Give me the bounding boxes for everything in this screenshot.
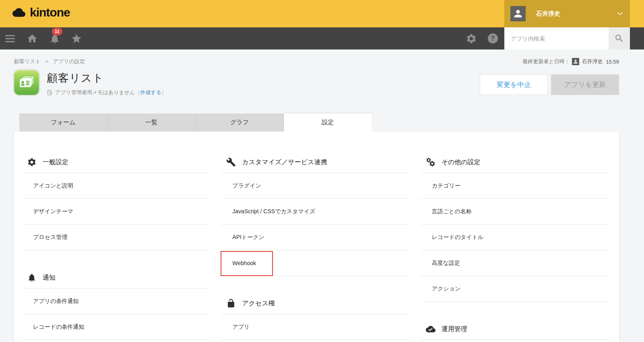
kintone-logo[interactable]: kintone <box>10 6 70 19</box>
menu-item-app[interactable]: アプリ <box>221 314 410 340</box>
update-app-button[interactable]: アプリを更新 <box>551 74 619 95</box>
menu-item-advanced-settings[interactable]: 高度な設定 <box>420 250 609 276</box>
gear-icon[interactable] <box>465 33 477 45</box>
cancel-changes-button[interactable]: 変更を中止 <box>480 74 548 95</box>
wrench-icon <box>226 157 236 167</box>
section-title: その他の設定 <box>442 158 481 167</box>
menu-item-label: Webhook <box>232 260 256 266</box>
section-title: 運用管理 <box>442 325 467 334</box>
double-gear-icon <box>426 157 436 167</box>
settings-panel: 一般設定アイコンと説明デザインテーマプロセス管理通知アプリの条件通知レコードの条… <box>14 132 619 342</box>
header-buttons: 変更を中止 アプリを更新 <box>480 70 619 96</box>
navbar-right: ? <box>465 33 498 45</box>
cloud-logo-icon <box>10 6 27 19</box>
menu-item-label: APIトークン <box>232 234 264 241</box>
menu-item-process-management[interactable]: プロセス管理 <box>21 225 211 250</box>
section-header-notifications: 通知 <box>21 250 211 288</box>
menu-item-action[interactable]: アクション <box>420 276 609 302</box>
memo-icon <box>47 89 53 96</box>
search-icon <box>614 33 624 43</box>
breadcrumb: 顧客リスト > アプリの設定 <box>14 58 85 65</box>
notification-count-badge: 11 <box>52 28 62 35</box>
lock-open-icon <box>226 299 236 308</box>
last-updated-user[interactable]: 石井淳史 <box>582 58 603 65</box>
section-header-general-settings: 一般設定 <box>21 135 211 173</box>
user-name: 石井淳史 <box>536 10 615 18</box>
brand-text: kintone <box>30 6 70 19</box>
menu-item-language-names[interactable]: 言語ごとの名称 <box>420 199 609 225</box>
tab-form[interactable]: フォーム <box>19 113 107 132</box>
menu-item-label: JavaScript / CSSでカスタマイズ <box>232 208 315 215</box>
last-updated-label: 最終更新者と日時： <box>522 58 570 65</box>
section-header-operation-management: 運用管理 <box>420 302 609 340</box>
settings-column-1: 一般設定アイコンと説明デザインテーマプロセス管理通知アプリの条件通知レコードの条… <box>21 135 211 340</box>
menu-item-label: レコードの条件通知 <box>33 323 84 331</box>
brand-header: kintone 石井淳史 <box>0 0 644 27</box>
tab-list[interactable]: 一覧 <box>107 113 196 132</box>
section-title: カスタマイズ／サービス連携 <box>242 158 327 167</box>
navbar-left: 11 <box>0 33 83 45</box>
section-header-access-permissions: アクセス権 <box>221 276 410 314</box>
menu-item-label: デザインテーマ <box>33 208 73 215</box>
person-icon <box>573 59 578 64</box>
home-icon[interactable] <box>26 33 38 45</box>
page-title: 顧客リスト <box>47 71 167 85</box>
last-updated: 最終更新者と日時： 石井淳史 15:59 <box>522 58 619 65</box>
breadcrumb-current: アプリの設定 <box>53 58 85 64</box>
menu-item-label: 高度な設定 <box>432 260 460 267</box>
memo-text: アプリ管理者用メモはありません <box>55 89 135 96</box>
admin-memo-line: アプリ管理者用メモはありません （ 作成する ） <box>47 89 167 96</box>
menu-item-label: レコードのタイトル <box>432 234 484 241</box>
menu-item-api-token[interactable]: APIトークン <box>221 225 410 250</box>
menu-item-label: アイコンと説明 <box>33 182 73 190</box>
tab-bar: フォーム 一覧 グラフ 設定 <box>19 113 619 132</box>
tab-settings[interactable]: 設定 <box>284 113 372 132</box>
app-search <box>504 27 630 49</box>
menu-item-label: アプリの条件通知 <box>33 298 78 305</box>
page-content: 顧客リスト > アプリの設定 最終更新者と日時： 石井淳史 15:59 <box>14 49 619 342</box>
chevron-down-icon <box>615 9 624 18</box>
menu-item-webhook[interactable]: Webhook <box>221 250 410 276</box>
menu-item-category[interactable]: カテゴリー <box>420 173 609 199</box>
menu-item-label: アクション <box>432 285 461 293</box>
menu-item-javascript-css-customize[interactable]: JavaScript / CSSでカスタマイズ <box>221 199 410 225</box>
help-icon[interactable]: ? <box>488 33 498 43</box>
breadcrumb-row: 顧客リスト > アプリの設定 最終更新者と日時： 石井淳史 15:59 <box>14 49 619 65</box>
breadcrumb-separator: > <box>45 58 49 64</box>
section-header-other-settings: その他の設定 <box>420 135 609 173</box>
menu-item-label: 言語ごとの名称 <box>432 208 472 215</box>
user-avatar <box>510 6 526 21</box>
create-memo-link[interactable]: 作成する <box>140 89 161 96</box>
navbar: 11 ? <box>0 27 644 49</box>
breadcrumb-app-link[interactable]: 顧客リスト <box>14 58 41 64</box>
last-updated-time: 15:59 <box>606 59 619 65</box>
memo-paren-close: ） <box>161 89 167 96</box>
section-header-customize-service-integration: カスタマイズ／サービス連携 <box>221 135 410 173</box>
notifications-bell[interactable]: 11 <box>49 33 61 45</box>
menu-item-label: アプリ <box>232 323 250 331</box>
memo-paren-open: （ <box>135 89 140 96</box>
menu-item-record-condition-notification[interactable]: レコードの条件通知 <box>21 314 211 340</box>
settings-column-3: その他の設定カテゴリー言語ごとの名称レコードのタイトル高度な設定アクション運用管… <box>420 135 609 340</box>
menu-item-icon-and-description[interactable]: アイコンと説明 <box>21 173 211 199</box>
user-menu[interactable]: 石井淳史 <box>504 0 630 27</box>
menu-item-plugin[interactable]: プラグイン <box>221 173 410 199</box>
menu-item-record-title[interactable]: レコードのタイトル <box>420 225 609 250</box>
gear-icon <box>27 157 37 167</box>
menu-item-label: プラグイン <box>232 182 261 190</box>
search-input[interactable] <box>504 27 609 49</box>
hamburger-menu-icon[interactable] <box>4 33 16 45</box>
star-favorites-icon[interactable] <box>70 33 83 45</box>
person-icon <box>512 8 524 19</box>
last-updated-avatar <box>572 58 579 65</box>
tab-graph[interactable]: グラフ <box>196 113 284 132</box>
section-title: アクセス権 <box>242 299 275 308</box>
menu-item-label: プロセス管理 <box>33 234 67 241</box>
section-title: 通知 <box>43 274 56 282</box>
search-button[interactable] <box>609 27 630 49</box>
app-header: 顧客リスト アプリ管理者用メモはありません （ 作成する ） 変更を中止 アプリ… <box>14 70 619 96</box>
menu-item-app-condition-notification[interactable]: アプリの条件通知 <box>21 288 211 314</box>
bell-icon <box>27 273 37 282</box>
menu-item-design-theme[interactable]: デザインテーマ <box>21 199 211 225</box>
app-icon <box>14 70 39 95</box>
